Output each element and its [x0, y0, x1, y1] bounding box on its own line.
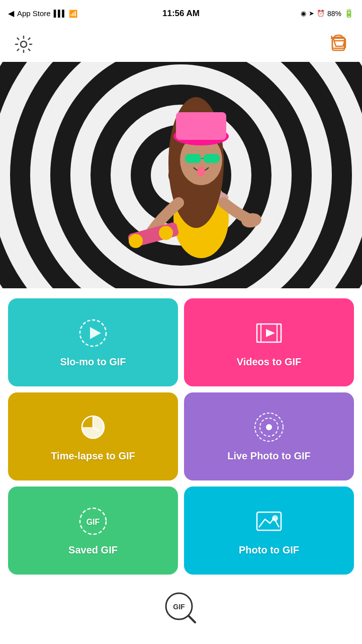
svg-point-28 [129, 234, 143, 248]
shop-button[interactable] [327, 33, 350, 56]
feature-grid: Slo-mo to GIF Videos to GIF [0, 288, 362, 591]
back-arrow: ◀ [8, 9, 14, 18]
photo-button[interactable]: Photo to GIF [184, 487, 354, 575]
savedgif-label: Saved GIF [68, 544, 118, 556]
savedgif-button[interactable]: GIF Saved GIF [8, 487, 178, 575]
timelapse-icon [77, 411, 109, 443]
status-left: ◀ App Store ▌▌▌ 📶 [8, 9, 77, 18]
videos-button[interactable]: Videos to GIF [184, 298, 354, 386]
svg-point-47 [272, 515, 278, 521]
arrow-icon: ➤ [309, 10, 314, 17]
battery-icon: 🔋 [344, 9, 354, 18]
livephoto-button[interactable]: Live Photo to GIF [184, 392, 354, 480]
timelapse-button[interactable]: Time-lapse to GIF [8, 392, 178, 480]
slo-mo-label: Slo-mo to GIF [60, 356, 126, 368]
grid-row-3: GIF Saved GIF Photo to GIF [8, 487, 354, 575]
svg-text:GIF: GIF [173, 603, 185, 611]
photo-label: Photo to GIF [239, 544, 299, 556]
livephoto-label: Live Photo to GIF [227, 450, 311, 462]
wifi-icon: 📶 [69, 10, 77, 18]
photo-icon [253, 505, 285, 537]
videos-label: Videos to GIF [237, 356, 302, 368]
carrier-label: App Store [17, 9, 51, 18]
signal-icon: ▌▌▌ [54, 10, 66, 17]
slo-mo-button[interactable]: Slo-mo to GIF [8, 298, 178, 386]
svg-rect-46 [257, 512, 281, 530]
grid-row-2: Time-lapse to GIF Live Photo to GIF [8, 392, 354, 480]
svg-marker-33 [90, 327, 101, 339]
svg-point-29 [159, 226, 173, 240]
timelapse-label: Time-lapse to GIF [51, 450, 135, 462]
svg-rect-25 [204, 154, 220, 163]
svg-point-31 [197, 167, 205, 177]
svg-text:GIF: GIF [86, 518, 100, 526]
grid-row-1: Slo-mo to GIF Videos to GIF [8, 298, 354, 386]
battery-label: 88% [327, 10, 341, 18]
livephoto-icon [253, 411, 285, 443]
alarm-icon: ⏰ [317, 10, 325, 17]
settings-button[interactable] [12, 33, 35, 56]
svg-marker-37 [266, 329, 275, 337]
status-bar: ◀ App Store ▌▌▌ 📶 11:56 AM ◉ ➤ ⏰ 88% 🔋 [0, 0, 362, 27]
svg-rect-23 [176, 112, 226, 140]
hero-image [0, 62, 362, 288]
savedgif-icon: GIF [77, 505, 109, 537]
svg-point-43 [266, 424, 272, 430]
svg-point-0 [21, 41, 27, 47]
status-right: ◉ ➤ ⏰ 88% 🔋 [301, 9, 354, 18]
gif-search-button[interactable]: GIF [161, 588, 201, 628]
svg-rect-24 [185, 154, 201, 163]
slo-mo-icon [77, 317, 109, 349]
videos-icon [253, 317, 285, 349]
status-time: 11:56 AM [162, 9, 200, 19]
location-icon: ◉ [301, 10, 306, 17]
app-header [0, 27, 362, 62]
svg-line-50 [189, 616, 195, 622]
bottom-bar: GIF [0, 591, 362, 631]
